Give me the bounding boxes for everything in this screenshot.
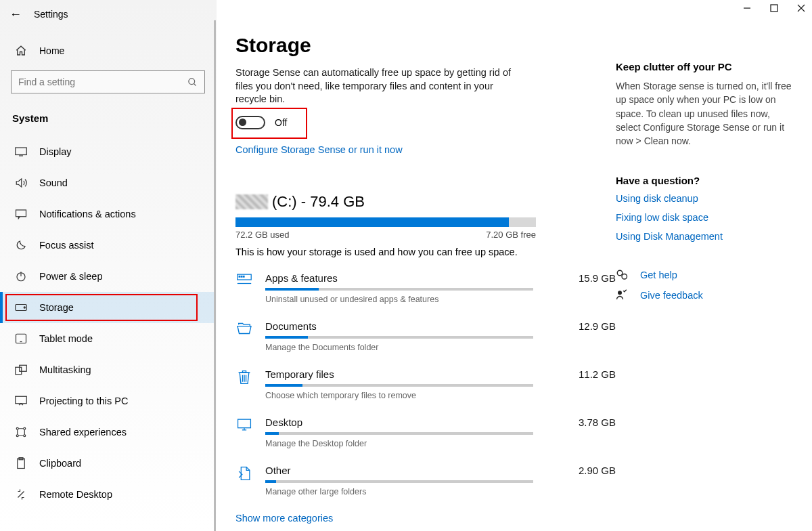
get-help-row[interactable]: Get help [616,269,792,281]
drive-label-suffix: (C:) - 79.4 GB [272,193,365,211]
sidebar-item-focus[interactable]: Focus assist [0,230,216,261]
remote-icon [15,488,27,501]
show-more-categories-link[interactable]: Show more categories [235,513,616,524]
right-heading-question: Have a question? [616,175,792,186]
svg-point-33 [618,291,622,295]
category-bar [265,336,533,339]
sidebar-item-display[interactable]: Display [0,136,216,167]
sidebar-item-sound[interactable]: Sound [0,167,216,198]
multitask-icon [15,364,27,375]
sidebar-item-notifications[interactable]: Notifications & actions [0,198,216,230]
sidebar-item-shared[interactable]: Shared experiences [0,417,216,448]
nav-home-label: Home [39,45,64,56]
svg-rect-28 [238,419,251,428]
category-icon [235,368,253,400]
svg-rect-22 [241,276,242,277]
search-box[interactable] [11,70,205,93]
storage-category-other[interactable]: Other 2.90 GB Manage other large folders [235,465,616,496]
home-icon [15,45,27,57]
nav-home[interactable]: Home [0,38,216,64]
window-controls [743,4,805,12]
category-name: Apps & features [265,272,338,284]
svg-rect-2 [16,148,27,155]
category-name: Other [265,465,291,476]
sidebar-item-label: Focus assist [39,240,94,251]
svg-rect-13 [16,396,27,404]
sidebar-item-label: Sound [39,177,68,188]
storage-sense-description: Storage Sense can automatically free up … [235,66,526,106]
category-icon [235,465,253,496]
help-link-using-disk-cleanup[interactable]: Using disk cleanup [616,193,792,204]
display-icon [15,147,27,156]
sidebar-item-label: Shared experiences [39,427,127,438]
category-bar [265,432,533,435]
storage-category-apps-features[interactable]: Apps & features 15.9 GB Uninstall unused… [235,272,616,304]
drive-usage-bar [235,217,536,227]
settings-sidebar: ← Settings Home System Display Sound Not… [0,0,217,531]
category-name: Documents [265,320,317,332]
close-button[interactable] [797,4,805,12]
configure-storage-sense-link[interactable]: Configure Storage Sense or run it now [235,144,616,155]
storage-category-documents[interactable]: Documents 12.9 GB Manage the Documents f… [235,320,616,352]
highlight-box-storage [5,294,198,321]
sidebar-item-projecting[interactable]: Projecting to this PC [0,385,216,417]
focus-icon [15,239,27,251]
svg-point-14 [16,427,18,429]
sidebar-item-label: Power & sleep [39,271,103,282]
sound-icon [15,177,27,188]
svg-rect-21 [239,276,240,277]
drive-name-blurred [235,194,268,209]
category-size: 11.2 GB [579,368,616,380]
back-arrow-icon[interactable]: ← [9,8,22,20]
sidebar-scrollbar[interactable] [214,20,216,531]
sidebar-item-label: Projecting to this PC [39,396,128,406]
category-name: Desktop [265,417,302,428]
category-size: 15.9 GB [579,272,616,284]
svg-rect-12 [20,365,27,371]
storage-category-temporary-files[interactable]: Temporary files 11.2 GB Choose which tem… [235,368,616,400]
maximize-button[interactable] [770,4,778,12]
sidebar-item-remote[interactable]: Remote Desktop [0,479,216,510]
right-heading-clutter: Keep clutter off your PC [616,61,792,72]
search-input[interactable] [18,77,187,87]
feedback-icon [616,289,629,301]
search-icon [187,77,198,87]
svg-point-32 [622,274,627,280]
minimize-button[interactable] [743,4,751,12]
category-size: 12.9 GB [579,320,616,332]
category-subtitle: Uninstall unused or undesired apps & fea… [265,295,616,304]
sidebar-item-tablet[interactable]: Tablet mode [0,323,216,354]
highlight-box-toggle [231,108,307,139]
drive-free-label: 7.20 GB free [486,230,536,240]
svg-rect-18 [18,459,25,468]
app-title: Settings [34,9,68,20]
category-icon [235,320,253,352]
svg-rect-23 [243,276,244,277]
sidebar-item-multitask[interactable]: Multitasking [0,354,216,385]
svg-point-17 [24,435,26,437]
page-title: Storage [235,34,616,57]
svg-rect-4 [16,210,26,217]
sidebar-item-power[interactable]: Power & sleep [0,261,216,292]
help-link-fixing-low-disk-space[interactable]: Fixing low disk space [616,212,792,223]
category-subtitle: Manage other large folders [265,487,616,496]
right-column: Keep clutter off your PC When Storage se… [616,34,798,531]
tablet-icon [15,333,27,344]
category-name: Temporary files [265,368,334,380]
category-icon [235,272,253,304]
sidebar-item-label: Notifications & actions [39,209,136,219]
help-link-using-disk-management[interactable]: Using Disk Management [616,231,792,242]
get-help-link[interactable]: Get help [640,270,677,280]
category-icon [235,417,253,448]
storage-category-desktop[interactable]: Desktop 3.78 GB Manage the Desktop folde… [235,417,616,448]
drive-used-label: 72.2 GB used [235,230,290,240]
category-subtitle: Manage the Desktop folder [265,439,616,448]
projecting-icon [15,396,27,406]
category-bar [265,384,533,387]
category-subtitle: Choose which temporary files to remove [265,391,616,400]
category-size: 3.78 GB [579,417,616,428]
svg-point-0 [189,78,195,84]
give-feedback-row[interactable]: Give feedback [616,289,792,301]
sidebar-item-clipboard[interactable]: Clipboard [0,448,216,479]
give-feedback-link[interactable]: Give feedback [640,290,703,301]
